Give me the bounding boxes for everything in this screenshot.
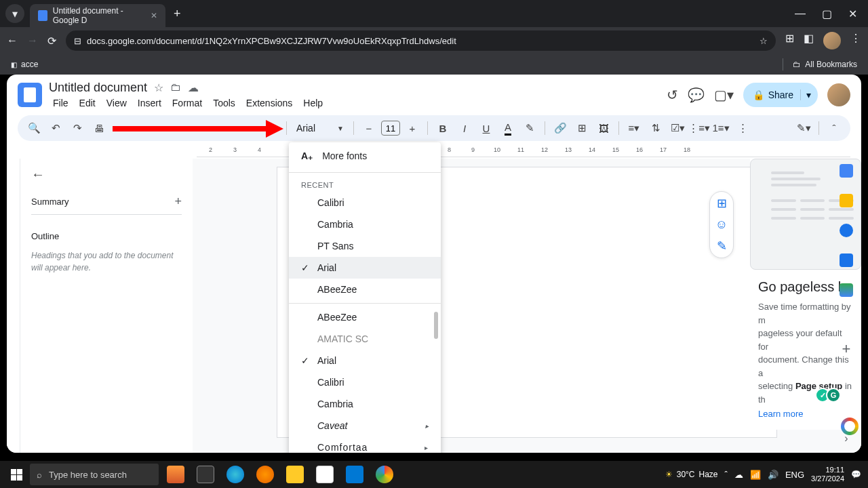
contacts-icon[interactable] bbox=[840, 253, 853, 267]
reload-button[interactable]: ⟳ bbox=[47, 35, 56, 47]
minimize-icon[interactable]: — bbox=[795, 7, 806, 20]
add-emoji-icon[interactable]: ☺ bbox=[715, 218, 728, 232]
back-button[interactable]: ← bbox=[7, 35, 18, 47]
bold-icon[interactable]: B bbox=[433, 119, 452, 138]
calendar-icon[interactable] bbox=[840, 164, 853, 178]
menu-insert[interactable]: Insert bbox=[134, 96, 165, 110]
browser-tab-active[interactable]: Untitled document - Google D ✕ bbox=[30, 4, 165, 27]
font-item-abeezee[interactable]: ABeeZee bbox=[289, 279, 441, 300]
collapse-outline-icon[interactable]: ← bbox=[31, 167, 182, 182]
menu-edit[interactable]: Edit bbox=[75, 96, 100, 110]
new-tab-button[interactable]: + bbox=[174, 7, 181, 21]
taskbar-app[interactable] bbox=[161, 462, 190, 487]
menu-view[interactable]: View bbox=[102, 96, 131, 110]
weather-widget[interactable]: ☀ 30°C Haze bbox=[665, 470, 718, 479]
add-comment-icon[interactable]: ⊞ bbox=[572, 119, 591, 138]
search-menus-icon[interactable]: 🔍 bbox=[24, 119, 43, 138]
address-bar[interactable]: ⊟ docs.google.com/document/d/1NQ2xYrnXPC… bbox=[66, 30, 776, 51]
volume-icon[interactable]: 🔊 bbox=[768, 470, 778, 480]
chrome-icon[interactable] bbox=[370, 462, 399, 487]
redo-icon[interactable]: ↷ bbox=[68, 119, 87, 138]
edge-icon[interactable] bbox=[221, 462, 250, 487]
font-item-comfortaa[interactable]: Comfortaa▸ bbox=[289, 436, 441, 453]
store-icon[interactable] bbox=[311, 462, 339, 487]
docs-logo[interactable] bbox=[18, 83, 42, 107]
scrollbar-thumb[interactable] bbox=[434, 312, 438, 339]
underline-icon[interactable]: U bbox=[477, 119, 496, 138]
menu-file[interactable]: File bbox=[49, 96, 73, 110]
font-item-calibri[interactable]: Calibri bbox=[289, 192, 441, 214]
tray-chevron-icon[interactable]: ˆ bbox=[725, 470, 728, 480]
start-button[interactable] bbox=[3, 462, 30, 487]
checklist-icon[interactable]: ☑▾ bbox=[668, 119, 687, 138]
language-indicator[interactable]: ENG bbox=[785, 470, 804, 480]
highlight-icon[interactable]: ✎ bbox=[520, 119, 539, 138]
menu-extensions[interactable]: Extensions bbox=[242, 96, 296, 110]
add-comment-float-icon[interactable]: ⊞ bbox=[717, 196, 727, 211]
cloud-status-icon[interactable]: ☁ bbox=[188, 81, 199, 94]
font-item-arial-selected[interactable]: ✓Arial bbox=[289, 257, 441, 279]
history-icon[interactable]: ↺ bbox=[667, 87, 678, 103]
clock[interactable]: 19:11 3/27/2024 bbox=[811, 466, 844, 483]
all-bookmarks-button[interactable]: 🗀 All Bookmarks bbox=[783, 58, 857, 70]
font-item-cambria2[interactable]: Cambria bbox=[289, 393, 441, 415]
font-item-calibri2[interactable]: Calibri bbox=[289, 371, 441, 393]
print-icon[interactable]: 🖶 bbox=[90, 119, 108, 138]
font-item-arial2[interactable]: ✓Arial bbox=[289, 350, 441, 371]
browser-profile-avatar[interactable] bbox=[823, 32, 841, 49]
insert-link-icon[interactable]: 🔗 bbox=[551, 119, 570, 138]
bullet-list-icon[interactable]: ⋮≡▾ bbox=[690, 119, 709, 138]
wifi-icon[interactable]: 📶 bbox=[750, 470, 761, 480]
onedrive-icon[interactable]: ☁ bbox=[734, 470, 743, 480]
notifications-icon[interactable]: 💬 bbox=[851, 470, 861, 479]
more-fonts-item[interactable]: A₊ More fonts bbox=[289, 142, 441, 169]
keep-icon[interactable] bbox=[840, 194, 853, 207]
close-window-icon[interactable]: ✕ bbox=[848, 7, 857, 20]
mail-icon[interactable] bbox=[340, 462, 369, 487]
firefox-icon[interactable] bbox=[251, 462, 279, 487]
extensions-icon[interactable]: ⊞ bbox=[785, 32, 794, 49]
share-dropdown-icon[interactable]: ▾ bbox=[800, 89, 811, 100]
star-icon[interactable]: ☆ bbox=[154, 81, 163, 94]
align-icon[interactable]: ≡▾ bbox=[625, 119, 644, 138]
move-icon[interactable]: 🗀 bbox=[170, 81, 181, 94]
colorful-assistant-icon[interactable] bbox=[841, 418, 859, 435]
menu-format[interactable]: Format bbox=[168, 96, 206, 110]
document-title[interactable]: Untitled document bbox=[49, 81, 147, 95]
font-family-selector[interactable]: Arial ▼ bbox=[292, 119, 348, 137]
share-button[interactable]: 🔒 Share ▾ bbox=[743, 83, 818, 107]
suggest-edits-icon[interactable]: ✎ bbox=[717, 239, 727, 253]
add-summary-icon[interactable]: + bbox=[174, 195, 182, 209]
decrease-font-size-icon[interactable]: − bbox=[359, 119, 378, 138]
italic-icon[interactable]: I bbox=[455, 119, 474, 138]
numbered-list-icon[interactable]: 1≡▾ bbox=[711, 119, 730, 138]
more-tools-icon[interactable]: ⋮ bbox=[733, 119, 752, 138]
increase-font-size-icon[interactable]: + bbox=[403, 119, 422, 138]
bookmark-item[interactable]: ◧ acce bbox=[11, 60, 38, 69]
font-item-abeezee2[interactable]: ABeeZee bbox=[289, 306, 441, 328]
side-panel-icon[interactable]: ◧ bbox=[804, 32, 814, 49]
meet-icon[interactable]: ▢▾ bbox=[714, 87, 734, 103]
maximize-icon[interactable]: ▢ bbox=[822, 7, 832, 20]
editing-mode-icon[interactable]: ✎▾ bbox=[794, 119, 813, 138]
close-tab-icon[interactable]: ✕ bbox=[151, 11, 157, 20]
comments-icon[interactable]: 💬 bbox=[688, 87, 705, 103]
bookmark-star-icon[interactable]: ☆ bbox=[760, 36, 768, 46]
task-view-icon[interactable] bbox=[191, 462, 220, 487]
taskbar-search[interactable]: ⌕ Type here to search bbox=[30, 464, 159, 485]
undo-icon[interactable]: ↶ bbox=[46, 119, 65, 138]
font-item-amatic[interactable]: AMATIC SC bbox=[289, 328, 441, 350]
tasks-icon[interactable] bbox=[840, 224, 853, 237]
line-spacing-icon[interactable]: ⇅ bbox=[646, 119, 665, 138]
text-color-icon[interactable]: A bbox=[498, 119, 517, 138]
maps-icon[interactable] bbox=[840, 283, 853, 297]
font-size-input[interactable]: 11 bbox=[381, 121, 400, 136]
file-explorer-icon[interactable] bbox=[281, 462, 309, 487]
tab-search-button[interactable]: ▾ bbox=[5, 4, 24, 23]
menu-tools[interactable]: Tools bbox=[209, 96, 239, 110]
site-info-icon[interactable]: ⊟ bbox=[74, 36, 81, 46]
font-item-cambria[interactable]: Cambria bbox=[289, 214, 441, 235]
font-item-caveat[interactable]: Caveat▸ bbox=[289, 415, 441, 436]
font-item-ptsans[interactable]: PT Sans bbox=[289, 235, 441, 257]
account-avatar[interactable] bbox=[827, 83, 850, 106]
